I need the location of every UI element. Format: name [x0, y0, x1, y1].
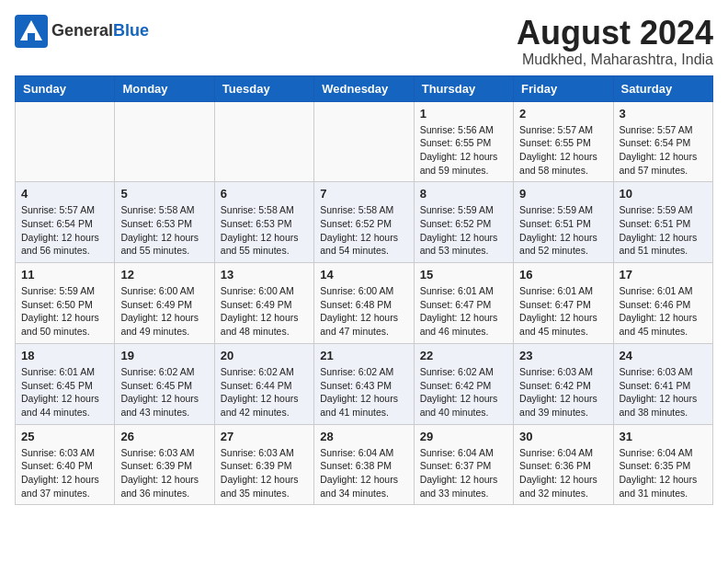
day-content: Sunrise: 5:58 AM Sunset: 6:53 PM Dayligh…	[221, 203, 308, 258]
day-content: Sunrise: 6:02 AM Sunset: 6:44 PM Dayligh…	[221, 365, 308, 419]
day-number: 12	[120, 268, 208, 282]
calendar-cell: 9Sunrise: 5:59 AM Sunset: 6:51 PM Daylig…	[514, 182, 613, 263]
day-content: Sunrise: 6:01 AM Sunset: 6:47 PM Dayligh…	[420, 284, 507, 339]
calendar-cell: 7Sunrise: 5:58 AM Sunset: 6:52 PM Daylig…	[314, 182, 414, 263]
day-number: 29	[420, 430, 507, 443]
calendar-cell: 31Sunrise: 6:04 AM Sunset: 6:35 PM Dayli…	[613, 424, 712, 505]
day-number: 5	[120, 187, 208, 201]
calendar-cell: 29Sunrise: 6:04 AM Sunset: 6:37 PM Dayli…	[414, 424, 513, 505]
calendar-cell: 24Sunrise: 6:03 AM Sunset: 6:41 PM Dayli…	[613, 343, 712, 424]
day-content: Sunrise: 6:01 AM Sunset: 6:46 PM Dayligh…	[620, 284, 707, 339]
week-row-2: 4Sunrise: 5:57 AM Sunset: 6:54 PM Daylig…	[16, 182, 713, 263]
week-row-1: 1Sunrise: 5:56 AM Sunset: 6:55 PM Daylig…	[16, 101, 713, 182]
calendar-cell	[115, 101, 214, 182]
day-number: 13	[221, 268, 308, 282]
weekday-header-wednesday: Wednesday	[314, 75, 414, 101]
header: GeneralBlue August 2024 Mudkhed, Maharas…	[15, 15, 713, 68]
week-row-4: 18Sunrise: 6:01 AM Sunset: 6:45 PM Dayli…	[16, 343, 713, 424]
calendar-cell: 8Sunrise: 5:59 AM Sunset: 6:52 PM Daylig…	[414, 182, 513, 263]
calendar-cell	[314, 101, 414, 182]
calendar-cell: 11Sunrise: 5:59 AM Sunset: 6:50 PM Dayli…	[16, 263, 115, 344]
weekday-header-sunday: Sunday	[16, 75, 115, 101]
day-content: Sunrise: 5:59 AM Sunset: 6:50 PM Dayligh…	[21, 284, 108, 339]
calendar-cell: 22Sunrise: 6:02 AM Sunset: 6:42 PM Dayli…	[414, 343, 513, 424]
day-content: Sunrise: 6:01 AM Sunset: 6:47 PM Dayligh…	[519, 284, 607, 339]
logo: GeneralBlue	[15, 15, 149, 48]
day-number: 1	[420, 107, 507, 121]
logo-general: General	[51, 21, 113, 40]
calendar-cell: 25Sunrise: 6:03 AM Sunset: 6:40 PM Dayli…	[16, 424, 115, 505]
week-row-5: 25Sunrise: 6:03 AM Sunset: 6:40 PM Dayli…	[16, 424, 713, 505]
title-area: August 2024 Mudkhed, Maharashtra, India	[517, 15, 713, 68]
day-content: Sunrise: 5:57 AM Sunset: 6:54 PM Dayligh…	[620, 123, 707, 178]
day-content: Sunrise: 5:58 AM Sunset: 6:52 PM Dayligh…	[320, 203, 407, 258]
day-content: Sunrise: 6:00 AM Sunset: 6:49 PM Dayligh…	[120, 284, 208, 339]
weekday-header-friday: Friday	[514, 75, 613, 101]
calendar-cell: 21Sunrise: 6:02 AM Sunset: 6:43 PM Dayli…	[314, 343, 414, 424]
calendar-cell: 30Sunrise: 6:04 AM Sunset: 6:36 PM Dayli…	[514, 424, 613, 505]
day-content: Sunrise: 6:02 AM Sunset: 6:43 PM Dayligh…	[320, 365, 407, 419]
calendar-cell: 15Sunrise: 6:01 AM Sunset: 6:47 PM Dayli…	[414, 263, 513, 344]
calendar-cell: 20Sunrise: 6:02 AM Sunset: 6:44 PM Dayli…	[214, 343, 313, 424]
day-number: 11	[21, 268, 108, 282]
day-number: 31	[620, 430, 707, 443]
calendar-cell: 18Sunrise: 6:01 AM Sunset: 6:45 PM Dayli…	[16, 343, 115, 424]
day-content: Sunrise: 6:04 AM Sunset: 6:37 PM Dayligh…	[420, 446, 507, 500]
day-number: 25	[21, 430, 108, 443]
day-number: 30	[519, 430, 607, 443]
day-number: 8	[420, 187, 507, 201]
calendar-cell: 26Sunrise: 6:03 AM Sunset: 6:39 PM Dayli…	[115, 424, 214, 505]
calendar-cell: 3Sunrise: 5:57 AM Sunset: 6:54 PM Daylig…	[613, 101, 712, 182]
day-content: Sunrise: 6:02 AM Sunset: 6:42 PM Dayligh…	[420, 365, 507, 419]
day-number: 9	[519, 187, 607, 201]
day-number: 22	[420, 349, 507, 362]
weekday-header-row: SundayMondayTuesdayWednesdayThursdayFrid…	[16, 75, 713, 101]
calendar-cell: 13Sunrise: 6:00 AM Sunset: 6:49 PM Dayli…	[214, 263, 313, 344]
day-content: Sunrise: 6:04 AM Sunset: 6:38 PM Dayligh…	[320, 446, 407, 500]
day-number: 23	[519, 349, 607, 362]
day-content: Sunrise: 6:02 AM Sunset: 6:45 PM Dayligh…	[120, 365, 208, 419]
weekday-header-thursday: Thursday	[414, 75, 513, 101]
logo-blue: Blue	[113, 21, 149, 40]
calendar-cell: 17Sunrise: 6:01 AM Sunset: 6:46 PM Dayli…	[613, 263, 712, 344]
calendar-cell: 2Sunrise: 5:57 AM Sunset: 6:55 PM Daylig…	[514, 101, 613, 182]
calendar-cell	[214, 101, 313, 182]
day-content: Sunrise: 6:04 AM Sunset: 6:35 PM Dayligh…	[620, 446, 707, 500]
month-year-title: August 2024	[517, 15, 713, 52]
day-content: Sunrise: 6:03 AM Sunset: 6:41 PM Dayligh…	[620, 365, 707, 419]
day-content: Sunrise: 6:00 AM Sunset: 6:48 PM Dayligh…	[320, 284, 407, 339]
day-number: 6	[221, 187, 308, 201]
day-number: 3	[620, 107, 707, 121]
day-content: Sunrise: 5:59 AM Sunset: 6:51 PM Dayligh…	[620, 203, 707, 258]
calendar-cell: 4Sunrise: 5:57 AM Sunset: 6:54 PM Daylig…	[16, 182, 115, 263]
day-content: Sunrise: 6:03 AM Sunset: 6:40 PM Dayligh…	[21, 446, 108, 500]
day-content: Sunrise: 6:01 AM Sunset: 6:45 PM Dayligh…	[21, 365, 108, 419]
calendar-cell: 23Sunrise: 6:03 AM Sunset: 6:42 PM Dayli…	[514, 343, 613, 424]
calendar-cell: 19Sunrise: 6:02 AM Sunset: 6:45 PM Dayli…	[115, 343, 214, 424]
weekday-header-tuesday: Tuesday	[214, 75, 313, 101]
day-number: 28	[320, 430, 407, 443]
day-number: 20	[221, 349, 308, 362]
day-content: Sunrise: 6:04 AM Sunset: 6:36 PM Dayligh…	[519, 446, 607, 500]
day-content: Sunrise: 6:00 AM Sunset: 6:49 PM Dayligh…	[221, 284, 308, 339]
calendar-cell: 1Sunrise: 5:56 AM Sunset: 6:55 PM Daylig…	[414, 101, 513, 182]
day-number: 7	[320, 187, 407, 201]
day-number: 24	[620, 349, 707, 362]
day-number: 27	[221, 430, 308, 443]
calendar-cell: 6Sunrise: 5:58 AM Sunset: 6:53 PM Daylig…	[214, 182, 313, 263]
weekday-header-saturday: Saturday	[613, 75, 712, 101]
day-number: 15	[420, 268, 507, 282]
location-subtitle: Mudkhed, Maharashtra, India	[517, 52, 713, 68]
day-number: 16	[519, 268, 607, 282]
svg-rect-2	[28, 33, 35, 40]
calendar-cell: 14Sunrise: 6:00 AM Sunset: 6:48 PM Dayli…	[314, 263, 414, 344]
weekday-header-monday: Monday	[115, 75, 214, 101]
day-number: 14	[320, 268, 407, 282]
calendar-cell: 5Sunrise: 5:58 AM Sunset: 6:53 PM Daylig…	[115, 182, 214, 263]
day-content: Sunrise: 5:57 AM Sunset: 6:54 PM Dayligh…	[21, 203, 108, 258]
day-number: 10	[620, 187, 707, 201]
day-number: 2	[519, 107, 607, 121]
calendar-cell: 12Sunrise: 6:00 AM Sunset: 6:49 PM Dayli…	[115, 263, 214, 344]
day-number: 26	[120, 430, 208, 443]
day-content: Sunrise: 5:57 AM Sunset: 6:55 PM Dayligh…	[519, 123, 607, 178]
